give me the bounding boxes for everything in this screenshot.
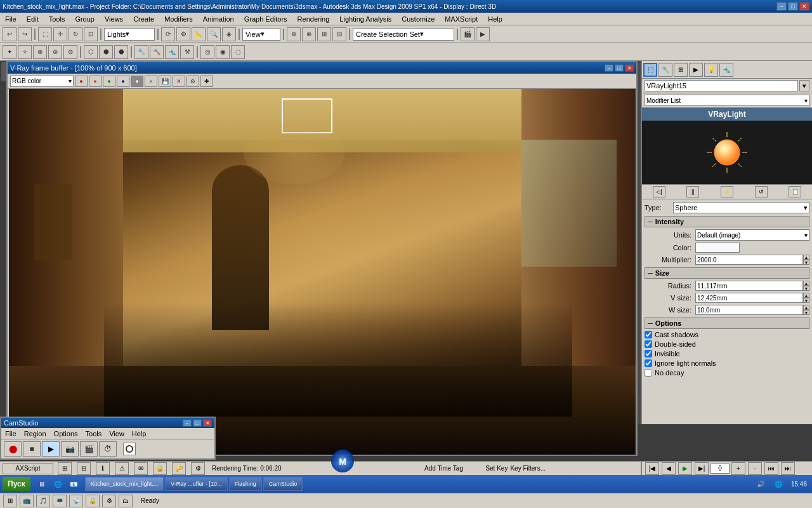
status-btn-6[interactable]: 🔒 xyxy=(153,462,167,475)
scale-button[interactable]: ⊡ xyxy=(84,27,98,41)
cs-camera-btn[interactable]: 📷 xyxy=(61,441,79,457)
cs-video-btn[interactable]: 🎬 xyxy=(80,441,98,457)
vsize-down[interactable]: ▼ xyxy=(803,298,809,303)
menu-help[interactable]: Help xyxy=(483,14,508,24)
cs-record-btn[interactable]: ⬤ xyxy=(4,441,22,457)
tb2-btn-10[interactable]: 🔨 xyxy=(150,45,164,59)
menu-edit[interactable]: Edit xyxy=(22,14,44,24)
tb2-btn-2[interactable]: ✧ xyxy=(18,45,32,59)
frame-btn-3[interactable]: ▶| xyxy=(695,462,709,475)
lights-dropdown[interactable]: Lights ▾ xyxy=(104,28,155,41)
rgb-color-dropdown[interactable]: RGB color▾ xyxy=(10,76,74,87)
menu-rendering[interactable]: Rendering xyxy=(292,14,335,24)
nav-btn-4[interactable]: ⊟ xyxy=(332,27,346,41)
status-btn-3[interactable]: ℹ xyxy=(96,462,110,475)
modifier-list-dropdown[interactable]: Modifier List ▾ xyxy=(645,95,809,106)
tool-btn-1[interactable]: ⟳ xyxy=(161,27,175,41)
vbuf-btn-5[interactable]: ● xyxy=(131,76,143,87)
menu-group[interactable]: Group xyxy=(70,14,100,24)
bottom-btn-7[interactable]: ⚙ xyxy=(102,495,116,507)
double-sided-checkbox[interactable] xyxy=(645,340,652,348)
close-button[interactable]: ✕ xyxy=(799,2,809,11)
vray-minimize-btn[interactable]: − xyxy=(605,64,613,72)
vbuf-btn-6[interactable]: ● xyxy=(145,76,157,87)
ignore-normals-checkbox[interactable] xyxy=(645,359,652,367)
units-dropdown[interactable]: Default (image) ▾ xyxy=(695,229,809,241)
tb2-btn-15[interactable]: ◌ xyxy=(231,45,245,59)
menu-create[interactable]: Create xyxy=(128,14,159,24)
tb2-btn-6[interactable]: ⬡ xyxy=(84,45,98,59)
taskbar-item-0[interactable]: Kitchen_stock_mix_light.... xyxy=(85,477,164,491)
modifier-name-arrow[interactable]: ▾ xyxy=(799,80,809,91)
vray-close-btn[interactable]: ✕ xyxy=(625,64,634,72)
rp-hierarchy-btn[interactable]: ⊞ xyxy=(674,63,688,77)
cs-minimize-btn[interactable]: − xyxy=(183,419,192,427)
camstudio-title[interactable]: CamStudio − □ ✕ xyxy=(1,418,214,428)
tool-btn-5[interactable]: ◈ xyxy=(222,27,236,41)
modifier-name-input[interactable] xyxy=(645,80,798,91)
bottom-btn-5[interactable]: 📡 xyxy=(69,495,83,507)
vsize-up[interactable]: ▲ xyxy=(803,293,809,298)
systray-btn-1[interactable]: 🔊 xyxy=(754,478,768,490)
rp-modify-btn[interactable]: 🔧 xyxy=(658,63,672,77)
start-button[interactable]: Пуск xyxy=(3,477,30,491)
color-swatch[interactable] xyxy=(695,243,740,253)
vbuf-clear-btn[interactable]: ✕ xyxy=(173,76,185,87)
tb2-btn-9[interactable]: 🔧 xyxy=(134,45,148,59)
frame-play-btn[interactable]: ▶ xyxy=(678,462,692,475)
rp-icon-1[interactable]: ◁| xyxy=(653,186,665,197)
vbuf-btn-1[interactable]: ● xyxy=(75,76,88,87)
status-btn-8[interactable]: ⚙ xyxy=(191,462,205,475)
bottom-btn-8[interactable]: 🗂 xyxy=(119,495,133,507)
view-dropdown[interactable]: View ▾ xyxy=(242,28,280,41)
menu-maxscript[interactable]: MAXScript xyxy=(440,14,483,24)
bottom-btn-4[interactable]: 💻 xyxy=(53,495,67,507)
select-button[interactable]: ⬚ xyxy=(38,27,52,41)
rp-icon-2[interactable]: || xyxy=(686,186,699,197)
ql-btn-2[interactable]: 🌐 xyxy=(51,478,65,490)
tb2-btn-8[interactable]: ⬣ xyxy=(114,45,128,59)
multiplier-input[interactable] xyxy=(695,255,803,265)
redo-button[interactable]: ↪ xyxy=(18,27,32,41)
frame-btn-1[interactable]: |◀ xyxy=(645,462,659,475)
bottom-btn-6[interactable]: 🔒 xyxy=(86,495,100,507)
type-dropdown[interactable]: Sphere ▾ xyxy=(673,202,809,213)
cs-restore-btn[interactable]: □ xyxy=(193,419,202,427)
bottom-btn-2[interactable]: 📺 xyxy=(20,495,34,507)
left-panel-handle[interactable] xyxy=(1,62,6,81)
bottom-btn-1[interactable]: ⊞ xyxy=(3,495,17,507)
status-btn-2[interactable]: ⊟ xyxy=(77,462,91,475)
maximize-button[interactable]: □ xyxy=(788,2,798,11)
cs-close-btn[interactable]: ✕ xyxy=(203,419,212,427)
taskbar-item-2[interactable]: Flashing xyxy=(229,477,262,491)
tb2-btn-12[interactable]: ⚒ xyxy=(180,45,194,59)
nav-btn-2[interactable]: ⊗ xyxy=(302,27,316,41)
selection-set-dropdown[interactable]: Create Selection Set ▾ xyxy=(353,28,454,41)
multiplier-up[interactable]: ▲ xyxy=(803,255,809,260)
multiplier-down[interactable]: ▼ xyxy=(803,260,809,265)
rp-icon-4[interactable]: ↺ xyxy=(755,186,768,197)
rp-utility-btn[interactable]: 🔩 xyxy=(719,63,733,77)
nav-btn-3[interactable]: ⊞ xyxy=(317,27,331,41)
tb2-btn-1[interactable]: ✦ xyxy=(3,45,16,59)
vray-restore-btn[interactable]: □ xyxy=(615,64,624,72)
status-btn-5[interactable]: ✉ xyxy=(134,462,148,475)
menu-tools[interactable]: Tools xyxy=(44,14,70,24)
frame-down-btn[interactable]: - xyxy=(748,462,762,475)
radius-up[interactable]: ▲ xyxy=(803,281,809,286)
status-btn-1[interactable]: ⊞ xyxy=(58,462,72,475)
vsize-input[interactable] xyxy=(695,293,803,303)
menu-lighting-analysis[interactable]: Lighting Analysis xyxy=(334,14,396,24)
cast-shadows-checkbox[interactable] xyxy=(645,331,652,338)
rp-icon-5[interactable]: 📋 xyxy=(789,186,801,197)
vbuf-btn-7[interactable]: ⊙ xyxy=(187,76,199,87)
frame-input[interactable] xyxy=(710,464,730,474)
tb2-btn-13[interactable]: ◎ xyxy=(200,45,214,59)
vbuf-btn-3[interactable]: ● xyxy=(103,76,115,87)
tb2-btn-3[interactable]: ⊛ xyxy=(33,45,47,59)
cs-timer-btn[interactable]: ⏱ xyxy=(99,441,117,457)
quick-render-btn[interactable]: ▶ xyxy=(476,27,490,41)
menu-graph-editors[interactable]: Graph Editors xyxy=(239,14,292,24)
taskbar-item-1[interactable]: V-Ray ...uffer - [10... xyxy=(165,477,227,491)
rp-select-btn[interactable]: ⬚ xyxy=(643,63,657,77)
